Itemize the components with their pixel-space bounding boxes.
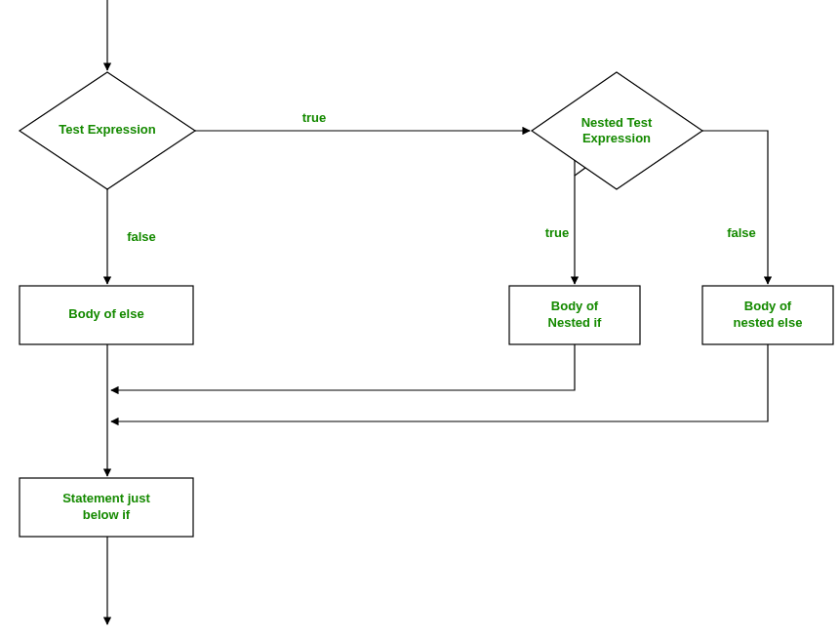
statement-below-if-label-l2: below if [83, 507, 131, 522]
merge-from-nested-else [111, 344, 768, 421]
edge-test-false-label: false [127, 229, 156, 244]
test-expression-decision: Test Expression [20, 72, 195, 189]
body-of-nested-else-label-l1: Body of [744, 299, 792, 313]
nested-test-expression-decision: Nested Test Expression [532, 72, 702, 189]
statement-below-if-node: Statement just below if [20, 478, 193, 537]
edge-nested-false [702, 131, 768, 284]
nested-test-expression-label-l2: Expression [582, 131, 651, 145]
edge-test-true-label: true [302, 110, 327, 125]
edge-nested-false-label: false [727, 225, 756, 240]
edge-nested-true-label: true [545, 225, 570, 240]
nested-true-stub [575, 168, 585, 176]
nested-test-expression-label-l1: Nested Test [581, 115, 653, 130]
body-of-nested-if-node: Body of Nested if [509, 286, 640, 344]
merge-from-nested-if [111, 344, 575, 390]
body-of-else-label: Body of else [68, 306, 143, 321]
body-of-nested-else-label-l2: nested else [734, 315, 803, 330]
test-expression-label: Test Expression [59, 122, 156, 137]
body-of-else-node: Body of else [20, 286, 193, 344]
body-of-nested-if-label-l1: Body of [551, 299, 599, 313]
body-of-nested-if-label-l2: Nested if [548, 315, 603, 330]
statement-below-if-label-l1: Statement just [62, 491, 150, 505]
body-of-nested-else-node: Body of nested else [702, 286, 833, 344]
